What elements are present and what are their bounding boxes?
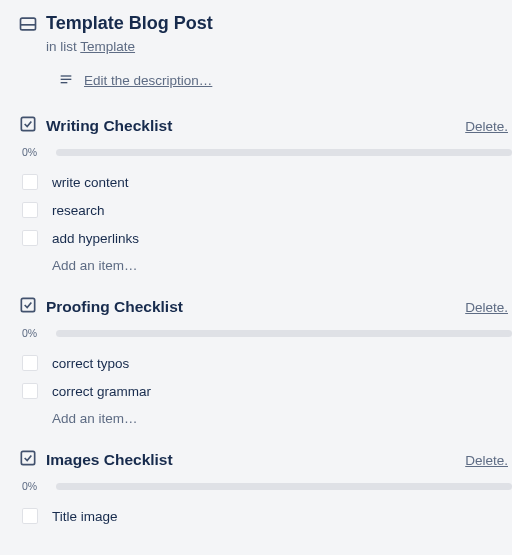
progress-bar	[56, 483, 512, 490]
checkbox[interactable]	[22, 383, 38, 399]
progress-row: 0%	[0, 480, 512, 492]
checklist-item[interactable]: Title image	[22, 502, 512, 530]
checklist-item[interactable]: add hyperlinks	[22, 224, 512, 252]
card-title[interactable]: Template Blog Post	[46, 12, 213, 35]
progress-row: 0%	[0, 146, 512, 158]
checklist: Images Checklist Delete. 0% Title image	[0, 448, 512, 530]
progress-row: 0%	[0, 327, 512, 339]
checklist-header: Proofing Checklist Delete.	[0, 295, 512, 319]
checklist-icon	[18, 114, 46, 138]
checklist-icon	[18, 448, 46, 472]
svg-rect-5	[21, 118, 34, 131]
checklist-item[interactable]: correct grammar	[22, 377, 512, 405]
card-header: Template Blog Post	[0, 12, 512, 35]
checkbox[interactable]	[22, 355, 38, 371]
checkbox[interactable]	[22, 230, 38, 246]
description-row[interactable]: Edit the description…	[0, 72, 512, 88]
description-icon	[58, 72, 74, 88]
card-icon	[18, 12, 46, 34]
checkbox[interactable]	[22, 202, 38, 218]
item-label: research	[52, 203, 105, 218]
item-label: correct typos	[52, 356, 129, 371]
checklist-header: Writing Checklist Delete.	[0, 114, 512, 138]
card-detail: Template Blog Post in list Template Edit…	[0, 0, 512, 530]
checklist: Proofing Checklist Delete. 0% correct ty…	[0, 295, 512, 426]
progress-percent: 0%	[22, 480, 52, 492]
item-label: Title image	[52, 509, 118, 524]
in-list-prefix: in list	[46, 39, 80, 54]
delete-checklist-link[interactable]: Delete.	[465, 300, 508, 315]
card-subtitle: in list Template	[0, 39, 512, 54]
checkbox[interactable]	[22, 174, 38, 190]
checklist-items: correct typos correct grammar	[0, 349, 512, 405]
list-name-link[interactable]: Template	[80, 39, 135, 54]
delete-checklist-link[interactable]: Delete.	[465, 119, 508, 134]
checklist-items: Title image	[0, 502, 512, 530]
checklist-title[interactable]: Images Checklist	[46, 451, 465, 469]
checklist-item[interactable]: research	[22, 196, 512, 224]
edit-description-link[interactable]: Edit the description…	[84, 73, 212, 88]
checklist-items: write content research add hyperlinks	[0, 168, 512, 252]
item-label: write content	[52, 175, 129, 190]
checklist-header: Images Checklist Delete.	[0, 448, 512, 472]
progress-percent: 0%	[22, 146, 52, 158]
item-label: correct grammar	[52, 384, 151, 399]
add-item-link[interactable]: Add an item…	[0, 411, 512, 426]
progress-bar	[56, 330, 512, 337]
progress-bar	[56, 149, 512, 156]
add-item-link[interactable]: Add an item…	[0, 258, 512, 273]
checklist-item[interactable]: write content	[22, 168, 512, 196]
checklist-icon	[18, 295, 46, 319]
item-label: add hyperlinks	[52, 231, 139, 246]
checklist-item[interactable]: correct typos	[22, 349, 512, 377]
delete-checklist-link[interactable]: Delete.	[465, 453, 508, 468]
svg-rect-7	[21, 452, 34, 465]
checkbox[interactable]	[22, 508, 38, 524]
checklist-title[interactable]: Proofing Checklist	[46, 298, 465, 316]
checklist: Writing Checklist Delete. 0% write conte…	[0, 114, 512, 273]
checklist-title[interactable]: Writing Checklist	[46, 117, 465, 135]
svg-rect-6	[21, 299, 34, 312]
progress-percent: 0%	[22, 327, 52, 339]
